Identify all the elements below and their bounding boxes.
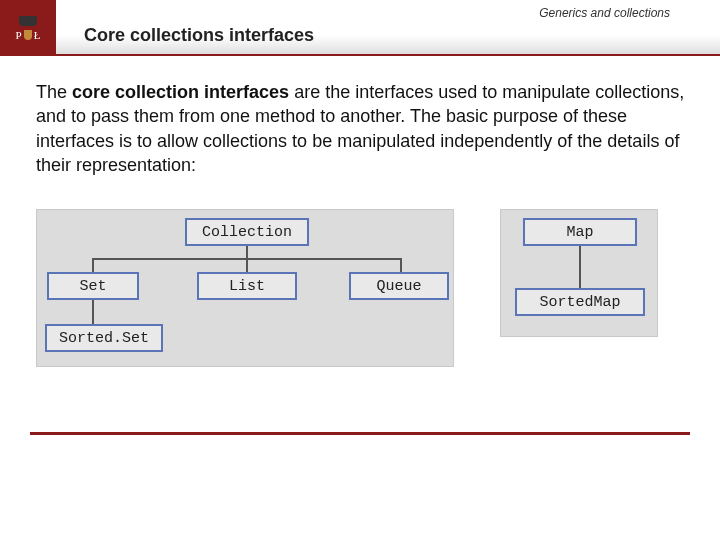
node-queue: Queue bbox=[349, 272, 449, 300]
node-list: List bbox=[197, 272, 297, 300]
connector bbox=[579, 246, 581, 288]
logo-right-letter: Ł bbox=[34, 29, 41, 41]
body-lead: The bbox=[36, 82, 72, 102]
map-hierarchy-panel: Map SortedMap bbox=[500, 209, 658, 337]
slide-header: P Ł Generics and collections Core collec… bbox=[0, 0, 720, 56]
node-sortedmap: SortedMap bbox=[515, 288, 645, 316]
node-set: Set bbox=[47, 272, 139, 300]
node-map: Map bbox=[523, 218, 637, 246]
connector bbox=[400, 258, 402, 272]
node-sortedset: Sorted.Set bbox=[45, 324, 163, 352]
hierarchy-diagram: Collection Set List Queue Sorted.Set Map… bbox=[36, 209, 684, 367]
footer-divider bbox=[30, 432, 690, 435]
collection-hierarchy-panel: Collection Set List Queue Sorted.Set bbox=[36, 209, 454, 367]
university-logo: P Ł bbox=[0, 0, 56, 56]
logo-emblem-icon bbox=[19, 16, 37, 26]
connector bbox=[92, 300, 94, 324]
logo-letters: P Ł bbox=[16, 29, 41, 41]
logo-left-letter: P bbox=[16, 29, 22, 41]
slide-title: Core collections interfaces bbox=[70, 25, 314, 52]
header-right: Generics and collections Core collection… bbox=[56, 0, 720, 56]
logo-crest-icon bbox=[24, 30, 32, 40]
connector bbox=[246, 258, 248, 272]
slide-category: Generics and collections bbox=[539, 6, 670, 20]
body-paragraph: The core collection interfaces are the i… bbox=[36, 80, 692, 177]
slide-body: The core collection interfaces are the i… bbox=[0, 56, 720, 177]
node-collection: Collection bbox=[185, 218, 309, 246]
body-strong: core collection interfaces bbox=[72, 82, 289, 102]
connector bbox=[92, 258, 94, 272]
connector bbox=[246, 246, 248, 258]
